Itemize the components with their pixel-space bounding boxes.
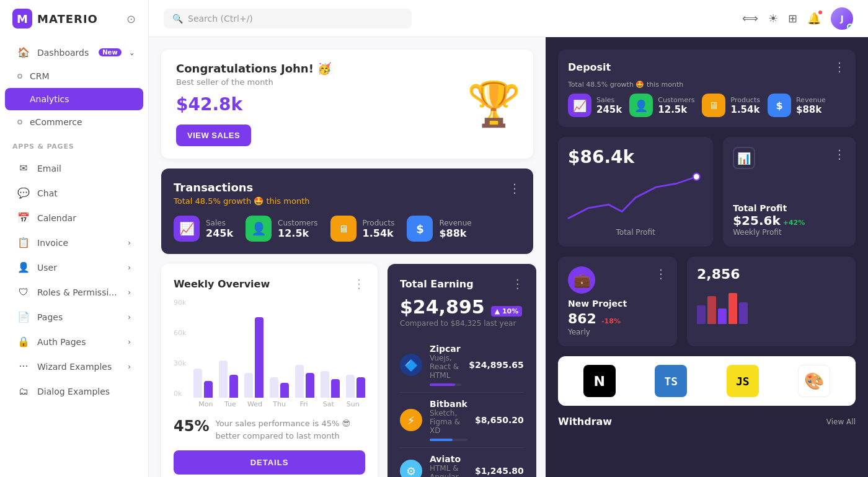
sidebar-item-pages[interactable]: 📄 Pages › — [5, 305, 143, 329]
bar-chart — [193, 299, 365, 398]
project-menu[interactable]: ⋮ — [655, 266, 667, 281]
right-panel: Deposit ⋮ Total 48.5% growth 🤩 this mont… — [546, 37, 868, 477]
withdraw-view-all[interactable]: View All — [826, 418, 856, 426]
roles-arrow: › — [128, 288, 131, 297]
svg-point-0 — [693, 173, 700, 180]
sidebar-item-auth-label: Auth Pages — [37, 337, 86, 347]
bar-fri-light — [295, 365, 304, 398]
revenue-label: Revenue — [439, 219, 471, 227]
withdraw-header-row: Withdraw View All — [558, 416, 856, 427]
project-title: New Project — [568, 299, 667, 309]
earning-amount: $24,895 — [400, 296, 485, 318]
bar-sun-purple — [356, 377, 365, 398]
sidebar-item-email[interactable]: ✉ Email — [5, 156, 143, 180]
bar-sun-light — [346, 375, 355, 398]
sidebar-item-analytics[interactable]: Analytics — [5, 88, 143, 110]
congrats-content: Congratulations John! 🥳 Best seller of t… — [176, 62, 331, 146]
sidebar-item-chat-label: Chat — [37, 188, 58, 198]
weekly-profit-sublabel: Weekly Profit — [733, 228, 846, 237]
sidebar-item-crm[interactable]: CRM — [5, 65, 143, 87]
earning-badge: ▲ 10% — [491, 306, 523, 317]
weekly-profit-menu[interactable]: ⋮ — [833, 147, 846, 162]
project-sub: Yearly — [568, 328, 667, 336]
weekly-details-button[interactable]: DETAILS — [174, 450, 365, 475]
grid-icon[interactable]: ⊞ — [788, 12, 797, 25]
sidebar-item-roles[interactable]: 🛡 Roles & Permissi... › — [5, 280, 143, 304]
transactions-stats: 📈 Sales 245k 👤 Customers 12.5k — [174, 216, 521, 242]
day-mon: Mon — [193, 400, 218, 408]
sidebar-item-ecommerce[interactable]: eCommerce — [5, 111, 143, 133]
zipcar-icon: 🔷 — [400, 354, 422, 376]
sidebar-item-wizard[interactable]: ··· Wizard Examples › — [5, 354, 143, 379]
deposit-menu[interactable]: ⋮ — [833, 59, 846, 74]
sidebar-item-chat[interactable]: 💬 Chat — [5, 181, 143, 205]
chart-y-labels: 90k 60k 30k 0k — [174, 299, 186, 398]
sidebar-item-calendar[interactable]: 📅 Calendar — [5, 206, 143, 230]
weekly-title: Weekly Overview — [174, 278, 270, 290]
weekly-profit-card: 📊 ⋮ Total Profit $25.6k +42% Weekly Prof… — [723, 137, 856, 247]
weekly-menu[interactable]: ⋮ — [353, 276, 365, 291]
tech-javascript-logo: JS — [727, 365, 759, 397]
sidebar-item-calendar-label: Calendar — [37, 213, 76, 223]
crm-dot — [17, 74, 22, 79]
earning-menu[interactable]: ⋮ — [512, 276, 524, 291]
weekly-profit-values: Total Profit $25.6k +42% Weekly Profit — [733, 203, 846, 237]
search-box[interactable]: 🔍 Search (Ctrl+/) — [164, 9, 412, 28]
earning-title: Total Earning — [400, 278, 474, 290]
profit-chart-amount: $86.4k — [568, 147, 703, 167]
stat-revenue: $ Revenue $88k — [407, 216, 471, 242]
transactions-title: Transactions — [174, 181, 309, 194]
sidebar-item-wizard-label: Wizard Examples — [37, 362, 112, 372]
bar-fri — [295, 365, 314, 398]
bitbank-name: Bitbank — [430, 399, 467, 409]
user-arrow: › — [128, 263, 131, 272]
bar-tue — [219, 361, 238, 398]
bitbank-sub: Sketch, Figma & XD — [430, 409, 467, 435]
sidebar-item-dialog[interactable]: 🗂 Dialog Examples — [5, 379, 143, 403]
sidebar-item-roles-label: Roles & Permissi... — [37, 287, 117, 297]
deposit-title: Deposit — [568, 61, 611, 73]
day-thu: Thu — [267, 400, 292, 408]
sidebar-item-user[interactable]: 👤 User › — [5, 255, 143, 279]
bar-thu — [270, 377, 289, 398]
sidebar-item-invoice[interactable]: 📋 Invoice › — [5, 230, 143, 255]
bar-mon-light — [193, 369, 202, 398]
sidebar-item-invoice-label: Invoice — [37, 238, 68, 248]
bar-mon — [193, 369, 213, 398]
chat-icon: 💬 — [17, 187, 30, 199]
congrats-amount: $42.8k — [176, 94, 331, 115]
notification-icon[interactable]: 🔔 — [807, 12, 821, 25]
lock-icon: 🔒 — [17, 336, 30, 348]
avatar[interactable]: J — [831, 7, 853, 30]
home-icon: 🏠 — [17, 46, 30, 58]
project-badge: -18% — [601, 317, 621, 325]
right-top-row: Deposit ⋮ Total 48.5% growth 🤩 this mont… — [558, 50, 856, 127]
theme-icon[interactable]: ☀ — [768, 12, 778, 25]
tech-logos-card: N TS JS 🎨 — [558, 356, 856, 406]
earning-amount-row: $24,895 ▲ 10% — [400, 291, 524, 319]
left-panel: Congratulations John! 🥳 Best seller of t… — [149, 37, 546, 477]
stat-sales: 📈 Sales 245k — [174, 216, 233, 242]
sidebar-toggle-icon[interactable]: ⊙ — [126, 12, 136, 25]
sidebar-item-dashboards[interactable]: 🏠 Dashboards New ⌄ — [5, 40, 143, 64]
congrats-subtitle: Best seller of the month — [176, 77, 331, 87]
sidebar-logo: M MATERIO ⊙ — [0, 0, 148, 37]
project-row: 💼 ⋮ New Project 862 -18% Yearly 2,856 — [558, 256, 856, 346]
bitbank-amount: $8,650.20 — [475, 415, 524, 425]
chart-footer: 45% Your sales performance is 45% 😎 bett… — [174, 418, 365, 442]
total-profit-label: Total Profit — [568, 228, 703, 237]
sidebar-item-auth[interactable]: 🔒 Auth Pages › — [5, 330, 143, 354]
dashboards-badge: New — [99, 48, 121, 56]
zipcar-name: Zipcar — [430, 344, 461, 354]
translate-icon[interactable]: ⟺ — [742, 12, 758, 25]
weekly-profit-header: 📊 ⋮ — [733, 147, 846, 169]
weekly-overview-card: Weekly Overview ⋮ 90k 60k 30k 0k — [161, 264, 378, 477]
sales-icon: 📈 — [174, 216, 200, 242]
transactions-menu[interactable]: ⋮ — [508, 181, 521, 196]
view-sales-button[interactable]: VIEW SALES — [176, 125, 251, 146]
earning-header: Total Earning ⋮ — [400, 276, 524, 291]
weekly-profit-badge: +42% — [783, 219, 805, 227]
weekly-profit-amount-row: $25.6k +42% — [733, 213, 846, 228]
bar-sat-purple — [331, 379, 340, 398]
shield-icon: 🛡 — [17, 286, 30, 298]
